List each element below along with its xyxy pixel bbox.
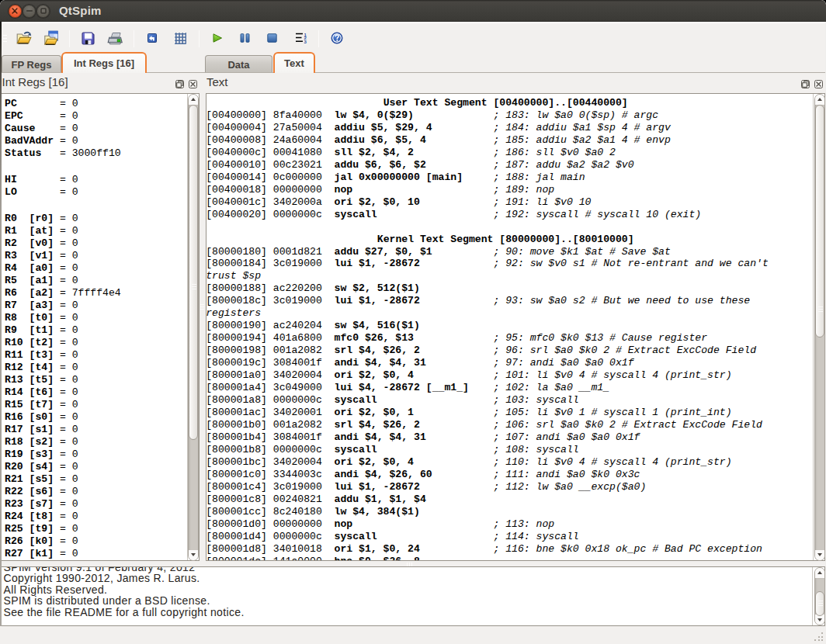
svg-text:3: 3	[304, 40, 307, 44]
